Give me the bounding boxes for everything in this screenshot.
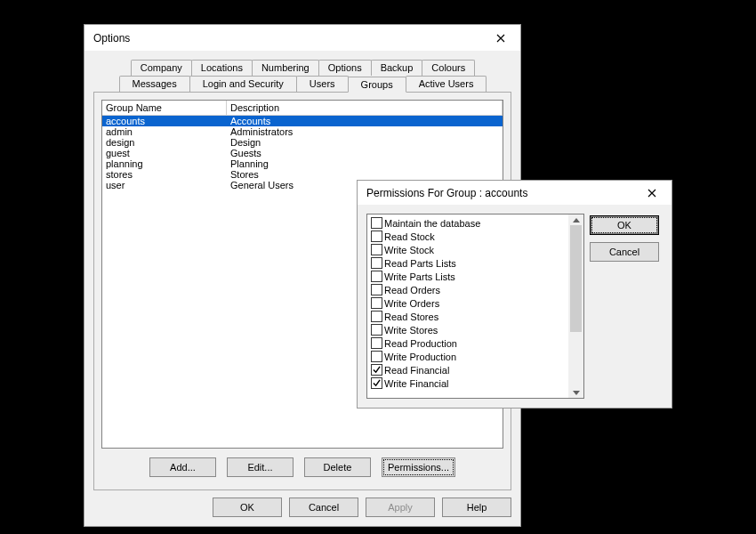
- tab-label: Backup: [381, 62, 414, 73]
- checkbox[interactable]: [371, 297, 382, 309]
- permission-label: Read Stock: [384, 231, 435, 242]
- cell-group-name: guest: [102, 148, 227, 158]
- cancel-button[interactable]: Cancel: [289, 498, 358, 517]
- table-row[interactable]: accountsAccounts: [102, 116, 503, 126]
- permission-item[interactable]: Read Financial: [369, 363, 583, 376]
- table-row[interactable]: storesStores: [102, 169, 503, 180]
- checkbox[interactable]: [371, 351, 382, 362]
- table-row[interactable]: planningPlanning: [102, 158, 503, 169]
- tab-locations[interactable]: Locations: [191, 60, 253, 76]
- checkbox[interactable]: [371, 271, 382, 282]
- permission-item[interactable]: Read Parts Lists: [369, 256, 583, 270]
- apply-button[interactable]: Apply: [366, 498, 435, 517]
- permission-label: Write Parts Lists: [384, 271, 455, 282]
- close-icon[interactable]: [483, 28, 519, 49]
- tab-label: Colours: [431, 62, 465, 73]
- permissions-body: Maintain the databaseRead StockWrite Sto…: [358, 205, 672, 408]
- cell-group-name: admin: [102, 126, 227, 137]
- checkbox[interactable]: [371, 257, 382, 269]
- listview-header: Group Name Description: [102, 101, 503, 116]
- checkbox[interactable]: [371, 324, 382, 336]
- delete-button[interactable]: Delete: [304, 457, 371, 477]
- group-buttons-row: Add... Edit... Delete Permissions...: [101, 449, 503, 482]
- permissions-buttons-col: OK Cancel: [590, 214, 659, 399]
- permission-item[interactable]: Write Production: [369, 350, 583, 363]
- tab-label: Company: [141, 62, 182, 73]
- checkbox[interactable]: [371, 364, 382, 376]
- permission-item[interactable]: Write Financial: [369, 376, 583, 390]
- cell-group-name: accounts: [102, 116, 227, 126]
- permissions-dialog: Permissions For Group : accounts Maintai…: [357, 180, 672, 409]
- tab-label: Numbering: [261, 62, 310, 73]
- close-icon[interactable]: [634, 182, 670, 204]
- cell-description: Stores: [227, 169, 503, 180]
- permission-item[interactable]: Read Production: [369, 336, 583, 350]
- checkbox[interactable]: [371, 244, 382, 255]
- scroll-thumb[interactable]: [570, 225, 582, 332]
- permissions-listbox[interactable]: Maintain the databaseRead StockWrite Sto…: [366, 214, 584, 399]
- permission-label: Read Production: [384, 338, 457, 349]
- checkbox[interactable]: [371, 311, 382, 322]
- tab-colours[interactable]: Colours: [422, 60, 475, 76]
- permission-item[interactable]: Write Orders: [369, 296, 583, 310]
- tab-label: Users: [310, 78, 335, 89]
- scroll-track[interactable]: [568, 225, 583, 387]
- tabs-row-2: MessagesLogin and SecurityUsersGroupsAct…: [84, 76, 520, 92]
- permission-label: Write Orders: [384, 298, 439, 309]
- tab-login-and-security[interactable]: Login and Security: [189, 76, 297, 92]
- tab-backup[interactable]: Backup: [371, 60, 423, 76]
- add-button[interactable]: Add...: [149, 457, 216, 477]
- ok-button[interactable]: OK: [213, 498, 282, 517]
- cell-description: Planning: [227, 158, 503, 169]
- cell-description: Accounts: [227, 116, 503, 126]
- permission-item[interactable]: Read Stock: [369, 230, 583, 243]
- tab-label: Locations: [201, 62, 243, 73]
- perm-cancel-button[interactable]: Cancel: [590, 242, 659, 262]
- permission-label: Maintain the database: [384, 218, 480, 229]
- checkbox[interactable]: [371, 377, 382, 389]
- cell-group-name: design: [102, 137, 227, 148]
- permission-item[interactable]: Read Stores: [369, 310, 583, 323]
- tab-active-users[interactable]: Active Users: [406, 76, 487, 92]
- cell-group-name: planning: [102, 158, 227, 169]
- permission-label: Write Production: [384, 352, 456, 362]
- table-row[interactable]: designDesign: [102, 137, 503, 148]
- tab-label: Groups: [361, 79, 393, 90]
- permission-item[interactable]: Write Parts Lists: [369, 270, 583, 283]
- tab-label: Login and Security: [203, 78, 284, 89]
- checkbox[interactable]: [371, 231, 382, 242]
- permission-item[interactable]: Write Stores: [369, 323, 583, 336]
- permissions-button[interactable]: Permissions...: [382, 457, 455, 477]
- scroll-up-icon[interactable]: [568, 214, 583, 225]
- permission-label: Read Financial: [384, 365, 449, 376]
- permission-label: Read Stores: [384, 312, 438, 322]
- tab-options[interactable]: Options: [318, 60, 372, 76]
- options-titlebar: Options: [84, 25, 520, 51]
- tab-messages[interactable]: Messages: [119, 76, 190, 92]
- help-button[interactable]: Help: [442, 498, 511, 517]
- column-description[interactable]: Description: [227, 101, 503, 116]
- permission-item[interactable]: Read Orders: [369, 283, 583, 296]
- scrollbar[interactable]: [568, 214, 583, 398]
- checkbox[interactable]: [371, 217, 382, 229]
- permissions-titlebar: Permissions For Group : accounts: [358, 181, 672, 205]
- tab-numbering[interactable]: Numbering: [252, 60, 319, 76]
- permissions-title: Permissions For Group : accounts: [366, 187, 634, 199]
- table-row[interactable]: adminAdministrators: [102, 126, 503, 137]
- options-title: Options: [93, 32, 483, 44]
- permission-item[interactable]: Write Stock: [369, 243, 583, 256]
- tab-label: Messages: [133, 78, 177, 89]
- permission-item[interactable]: Maintain the database: [369, 216, 583, 230]
- column-group-name[interactable]: Group Name: [102, 101, 227, 116]
- tab-users[interactable]: Users: [296, 76, 349, 92]
- perm-ok-button[interactable]: OK: [590, 215, 659, 235]
- dialog-buttons-row: OK Cancel Apply Help: [84, 490, 520, 526]
- checkbox[interactable]: [371, 337, 382, 349]
- scroll-down-icon[interactable]: [568, 387, 583, 398]
- checkbox[interactable]: [371, 284, 382, 295]
- edit-button[interactable]: Edit...: [227, 457, 294, 477]
- permission-label: Write Financial: [384, 378, 449, 389]
- tab-company[interactable]: Company: [131, 60, 192, 76]
- tab-groups[interactable]: Groups: [348, 77, 406, 93]
- table-row[interactable]: guestGuests: [102, 148, 503, 158]
